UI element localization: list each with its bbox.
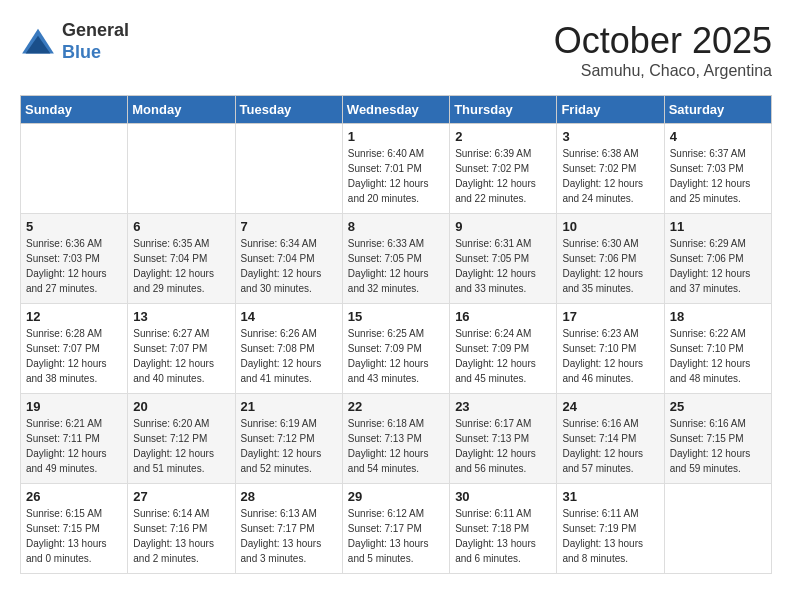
calendar-cell: 5Sunrise: 6:36 AMSunset: 7:03 PMDaylight… [21,214,128,304]
calendar-cell: 24Sunrise: 6:16 AMSunset: 7:14 PMDayligh… [557,394,664,484]
day-number: 22 [348,399,444,414]
day-number: 6 [133,219,229,234]
calendar-week-row: 19Sunrise: 6:21 AMSunset: 7:11 PMDayligh… [21,394,772,484]
calendar-cell: 4Sunrise: 6:37 AMSunset: 7:03 PMDaylight… [664,124,771,214]
day-info: Sunrise: 6:36 AMSunset: 7:03 PMDaylight:… [26,236,122,296]
day-number: 4 [670,129,766,144]
location: Samuhu, Chaco, Argentina [554,62,772,80]
calendar-cell: 23Sunrise: 6:17 AMSunset: 7:13 PMDayligh… [450,394,557,484]
calendar-cell: 8Sunrise: 6:33 AMSunset: 7:05 PMDaylight… [342,214,449,304]
day-number: 15 [348,309,444,324]
calendar-cell: 2Sunrise: 6:39 AMSunset: 7:02 PMDaylight… [450,124,557,214]
page-header: General Blue October 2025 Samuhu, Chaco,… [20,20,772,80]
day-number: 26 [26,489,122,504]
day-number: 31 [562,489,658,504]
calendar-cell [21,124,128,214]
weekday-header-friday: Friday [557,96,664,124]
day-info: Sunrise: 6:28 AMSunset: 7:07 PMDaylight:… [26,326,122,386]
day-number: 29 [348,489,444,504]
day-info: Sunrise: 6:16 AMSunset: 7:14 PMDaylight:… [562,416,658,476]
calendar-cell: 14Sunrise: 6:26 AMSunset: 7:08 PMDayligh… [235,304,342,394]
day-number: 8 [348,219,444,234]
day-info: Sunrise: 6:21 AMSunset: 7:11 PMDaylight:… [26,416,122,476]
day-number: 9 [455,219,551,234]
calendar-cell: 18Sunrise: 6:22 AMSunset: 7:10 PMDayligh… [664,304,771,394]
day-info: Sunrise: 6:25 AMSunset: 7:09 PMDaylight:… [348,326,444,386]
day-number: 19 [26,399,122,414]
calendar-cell: 3Sunrise: 6:38 AMSunset: 7:02 PMDaylight… [557,124,664,214]
day-info: Sunrise: 6:17 AMSunset: 7:13 PMDaylight:… [455,416,551,476]
day-number: 30 [455,489,551,504]
day-info: Sunrise: 6:18 AMSunset: 7:13 PMDaylight:… [348,416,444,476]
logo-text: General Blue [62,20,129,63]
calendar-cell: 7Sunrise: 6:34 AMSunset: 7:04 PMDaylight… [235,214,342,304]
day-info: Sunrise: 6:24 AMSunset: 7:09 PMDaylight:… [455,326,551,386]
day-info: Sunrise: 6:20 AMSunset: 7:12 PMDaylight:… [133,416,229,476]
day-number: 23 [455,399,551,414]
logo-icon [20,27,56,57]
day-number: 11 [670,219,766,234]
day-number: 12 [26,309,122,324]
calendar-cell: 13Sunrise: 6:27 AMSunset: 7:07 PMDayligh… [128,304,235,394]
day-number: 7 [241,219,337,234]
logo: General Blue [20,20,129,63]
calendar-cell: 27Sunrise: 6:14 AMSunset: 7:16 PMDayligh… [128,484,235,574]
day-number: 16 [455,309,551,324]
day-info: Sunrise: 6:27 AMSunset: 7:07 PMDaylight:… [133,326,229,386]
calendar-cell: 19Sunrise: 6:21 AMSunset: 7:11 PMDayligh… [21,394,128,484]
day-info: Sunrise: 6:31 AMSunset: 7:05 PMDaylight:… [455,236,551,296]
day-info: Sunrise: 6:40 AMSunset: 7:01 PMDaylight:… [348,146,444,206]
day-info: Sunrise: 6:23 AMSunset: 7:10 PMDaylight:… [562,326,658,386]
calendar-cell: 6Sunrise: 6:35 AMSunset: 7:04 PMDaylight… [128,214,235,304]
day-number: 14 [241,309,337,324]
calendar-week-row: 26Sunrise: 6:15 AMSunset: 7:15 PMDayligh… [21,484,772,574]
calendar-cell: 29Sunrise: 6:12 AMSunset: 7:17 PMDayligh… [342,484,449,574]
weekday-header-wednesday: Wednesday [342,96,449,124]
day-info: Sunrise: 6:35 AMSunset: 7:04 PMDaylight:… [133,236,229,296]
calendar-cell: 12Sunrise: 6:28 AMSunset: 7:07 PMDayligh… [21,304,128,394]
day-info: Sunrise: 6:26 AMSunset: 7:08 PMDaylight:… [241,326,337,386]
calendar-cell [128,124,235,214]
day-number: 24 [562,399,658,414]
day-number: 3 [562,129,658,144]
day-info: Sunrise: 6:13 AMSunset: 7:17 PMDaylight:… [241,506,337,566]
day-number: 17 [562,309,658,324]
calendar-cell [664,484,771,574]
day-info: Sunrise: 6:30 AMSunset: 7:06 PMDaylight:… [562,236,658,296]
day-number: 13 [133,309,229,324]
day-info: Sunrise: 6:29 AMSunset: 7:06 PMDaylight:… [670,236,766,296]
day-info: Sunrise: 6:11 AMSunset: 7:18 PMDaylight:… [455,506,551,566]
day-info: Sunrise: 6:15 AMSunset: 7:15 PMDaylight:… [26,506,122,566]
day-number: 1 [348,129,444,144]
day-info: Sunrise: 6:37 AMSunset: 7:03 PMDaylight:… [670,146,766,206]
calendar-cell: 1Sunrise: 6:40 AMSunset: 7:01 PMDaylight… [342,124,449,214]
calendar-cell: 22Sunrise: 6:18 AMSunset: 7:13 PMDayligh… [342,394,449,484]
day-info: Sunrise: 6:22 AMSunset: 7:10 PMDaylight:… [670,326,766,386]
day-info: Sunrise: 6:12 AMSunset: 7:17 PMDaylight:… [348,506,444,566]
month-title: October 2025 [554,20,772,62]
day-number: 18 [670,309,766,324]
weekday-header-thursday: Thursday [450,96,557,124]
calendar-cell: 28Sunrise: 6:13 AMSunset: 7:17 PMDayligh… [235,484,342,574]
day-number: 27 [133,489,229,504]
day-info: Sunrise: 6:11 AMSunset: 7:19 PMDaylight:… [562,506,658,566]
title-block: October 2025 Samuhu, Chaco, Argentina [554,20,772,80]
day-info: Sunrise: 6:16 AMSunset: 7:15 PMDaylight:… [670,416,766,476]
calendar-cell: 17Sunrise: 6:23 AMSunset: 7:10 PMDayligh… [557,304,664,394]
day-info: Sunrise: 6:33 AMSunset: 7:05 PMDaylight:… [348,236,444,296]
day-info: Sunrise: 6:39 AMSunset: 7:02 PMDaylight:… [455,146,551,206]
weekday-header-tuesday: Tuesday [235,96,342,124]
day-info: Sunrise: 6:34 AMSunset: 7:04 PMDaylight:… [241,236,337,296]
calendar-cell: 31Sunrise: 6:11 AMSunset: 7:19 PMDayligh… [557,484,664,574]
day-info: Sunrise: 6:38 AMSunset: 7:02 PMDaylight:… [562,146,658,206]
day-number: 5 [26,219,122,234]
calendar-cell: 15Sunrise: 6:25 AMSunset: 7:09 PMDayligh… [342,304,449,394]
calendar-cell: 9Sunrise: 6:31 AMSunset: 7:05 PMDaylight… [450,214,557,304]
calendar-cell: 11Sunrise: 6:29 AMSunset: 7:06 PMDayligh… [664,214,771,304]
calendar-week-row: 5Sunrise: 6:36 AMSunset: 7:03 PMDaylight… [21,214,772,304]
day-number: 28 [241,489,337,504]
weekday-header-monday: Monday [128,96,235,124]
calendar-cell: 25Sunrise: 6:16 AMSunset: 7:15 PMDayligh… [664,394,771,484]
day-number: 20 [133,399,229,414]
weekday-header-row: SundayMondayTuesdayWednesdayThursdayFrid… [21,96,772,124]
